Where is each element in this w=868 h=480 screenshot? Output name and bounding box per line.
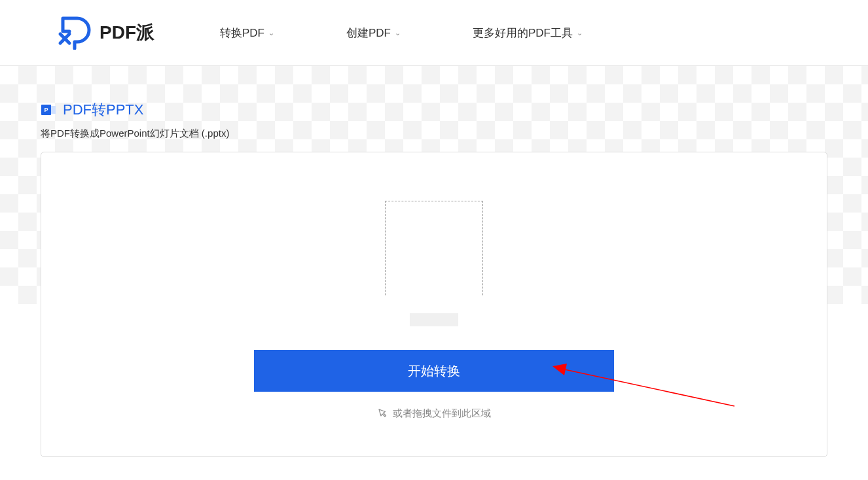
file-preview[interactable] <box>382 201 486 332</box>
chevron-down-icon: ⌄ <box>577 29 583 37</box>
nav-label: 更多好用的PDF工具 <box>473 26 573 41</box>
cursor-pointer-icon <box>377 409 388 419</box>
nav-label: 转换PDF <box>220 26 264 41</box>
nav: 转换PDF ⌄ 创建PDF ⌄ 更多好用的PDF工具 ⌄ <box>220 26 583 41</box>
drag-hint-text: 或者拖拽文件到此区域 <box>393 407 491 420</box>
nav-item-more-tools[interactable]: 更多好用的PDF工具 ⌄ <box>473 26 583 41</box>
start-convert-button[interactable]: 开始转换 <box>254 350 614 392</box>
svg-text:P: P <box>44 107 48 113</box>
pptx-file-icon: P <box>41 102 56 118</box>
upload-card: 开始转换 或者拖拽文件到此区域 <box>41 152 827 457</box>
page-title: PDF转PPTX <box>63 100 143 120</box>
svg-rect-1 <box>51 106 56 114</box>
brand-logo-icon <box>58 16 92 50</box>
title-block: P PDF转PPTX 将PDF转换成PowerPoint幻灯片文档 (.pptx… <box>0 66 868 140</box>
drag-hint: 或者拖拽文件到此区域 <box>377 407 491 420</box>
chevron-down-icon: ⌄ <box>395 29 401 37</box>
nav-item-convert[interactable]: 转换PDF ⌄ <box>220 26 274 41</box>
preview-filename-placeholder <box>410 313 458 326</box>
header: PDF派 转换PDF ⌄ 创建PDF ⌄ 更多好用的PDF工具 ⌄ <box>0 0 868 66</box>
title-row: P PDF转PPTX <box>41 100 868 120</box>
logo[interactable]: PDF派 <box>58 16 154 50</box>
page-subtitle: 将PDF转换成PowerPoint幻灯片文档 (.pptx) <box>41 128 868 140</box>
chevron-down-icon: ⌄ <box>268 29 274 37</box>
brand-name: PDF派 <box>99 20 154 45</box>
nav-item-create[interactable]: 创建PDF ⌄ <box>346 26 401 41</box>
nav-label: 创建PDF <box>346 26 391 41</box>
convert-button-label: 开始转换 <box>408 362 460 380</box>
